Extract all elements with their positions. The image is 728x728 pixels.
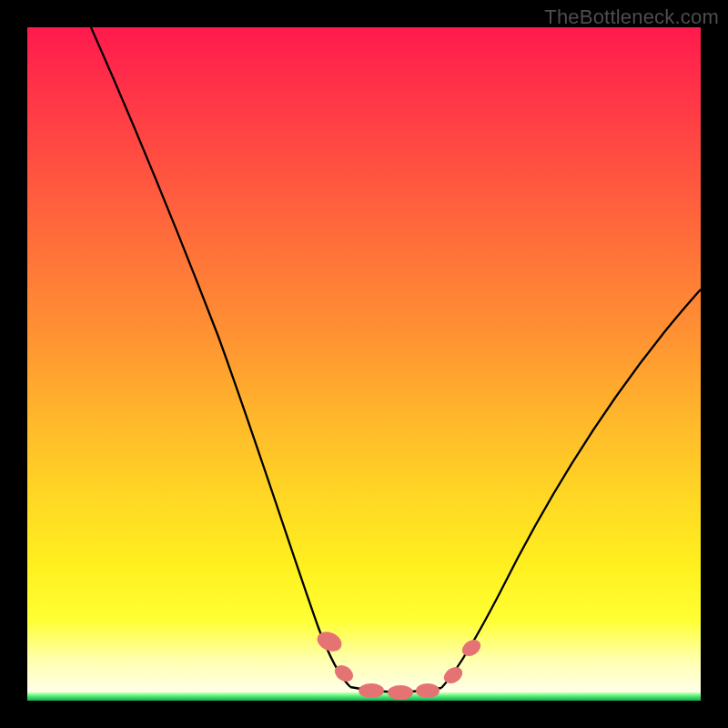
- right-curve: [441, 289, 701, 688]
- left-curve: [91, 27, 350, 687]
- curve-layer: [27, 27, 701, 701]
- marker-bead: [416, 683, 440, 698]
- marker-bead: [388, 685, 413, 700]
- watermark-text: TheBottleneck.com: [544, 5, 719, 29]
- marker-bead: [314, 628, 345, 655]
- marker-bead: [459, 636, 483, 660]
- chart-frame: TheBottleneck.com: [0, 0, 728, 728]
- plot-area: [27, 27, 701, 701]
- marker-bead: [359, 683, 384, 698]
